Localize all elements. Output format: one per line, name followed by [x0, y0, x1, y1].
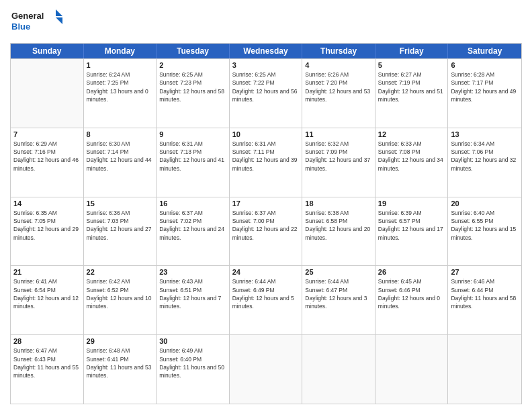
cal-cell [11, 59, 84, 128]
day-number: 28 [13, 337, 81, 345]
svg-marker-2 [56, 9, 62, 16]
day-number: 10 [232, 130, 300, 138]
header: General Blue [10, 7, 522, 39]
day-info: Sunrise: 6:49 AMSunset: 6:40 PMDaylight:… [159, 347, 226, 379]
day-number: 22 [87, 268, 154, 276]
day-info: Sunrise: 6:37 AMSunset: 7:00 PMDaylight:… [232, 209, 300, 242]
col-header-monday: Monday [84, 44, 157, 58]
day-number: 27 [451, 268, 519, 276]
cal-cell: 8Sunrise: 6:30 AMSunset: 7:14 PMDaylight… [84, 128, 157, 197]
day-info: Sunrise: 6:41 AMSunset: 6:54 PMDaylight:… [13, 277, 81, 310]
calendar: SundayMondayTuesdayWednesdayThursdayFrid… [10, 43, 522, 404]
cal-cell: 5Sunrise: 6:27 AMSunset: 7:19 PMDaylight… [375, 59, 449, 128]
day-info: Sunrise: 6:46 AMSunset: 6:44 PMDaylight:… [451, 277, 519, 310]
svg-text:General: General [11, 11, 44, 21]
day-info: Sunrise: 6:36 AMSunset: 7:03 PMDaylight:… [87, 209, 154, 242]
svg-text:Blue: Blue [11, 21, 30, 32]
week-row-2: 7Sunrise: 6:29 AMSunset: 7:16 PMDaylight… [11, 128, 521, 197]
day-number: 1 [87, 61, 154, 69]
cal-cell: 3Sunrise: 6:25 AMSunset: 7:22 PMDaylight… [230, 59, 303, 128]
day-info: Sunrise: 6:31 AMSunset: 7:13 PMDaylight:… [159, 140, 226, 173]
day-number: 9 [159, 130, 226, 138]
week-row-1: 1Sunrise: 6:24 AMSunset: 7:25 PMDaylight… [11, 58, 521, 128]
cal-cell: 13Sunrise: 6:34 AMSunset: 7:06 PMDayligh… [448, 128, 521, 197]
cal-cell: 11Sunrise: 6:32 AMSunset: 7:09 PMDayligh… [302, 128, 375, 197]
cal-cell: 16Sunrise: 6:37 AMSunset: 7:02 PMDayligh… [157, 197, 230, 266]
day-number: 11 [305, 130, 372, 138]
cal-cell: 26Sunrise: 6:45 AMSunset: 6:46 PMDayligh… [375, 266, 449, 334]
cal-cell: 4Sunrise: 6:26 AMSunset: 7:20 PMDaylight… [302, 59, 375, 128]
day-number: 24 [232, 268, 300, 276]
day-info: Sunrise: 6:47 AMSunset: 6:43 PMDaylight:… [13, 347, 81, 379]
day-number: 17 [232, 199, 300, 208]
day-number: 13 [451, 130, 519, 138]
col-header-friday: Friday [375, 44, 449, 58]
day-number: 5 [378, 61, 445, 69]
cal-cell: 19Sunrise: 6:39 AMSunset: 6:57 PMDayligh… [375, 197, 449, 266]
day-info: Sunrise: 6:26 AMSunset: 7:20 PMDaylight:… [305, 71, 372, 103]
cal-cell: 17Sunrise: 6:37 AMSunset: 7:00 PMDayligh… [230, 197, 303, 266]
cal-cell [375, 335, 449, 404]
day-info: Sunrise: 6:48 AMSunset: 6:41 PMDaylight:… [87, 347, 154, 379]
calendar-header: SundayMondayTuesdayWednesdayThursdayFrid… [11, 44, 521, 58]
day-info: Sunrise: 6:39 AMSunset: 6:57 PMDaylight:… [378, 209, 445, 242]
cal-cell: 15Sunrise: 6:36 AMSunset: 7:03 PMDayligh… [84, 197, 157, 266]
day-number: 3 [232, 61, 300, 69]
cal-cell: 27Sunrise: 6:46 AMSunset: 6:44 PMDayligh… [448, 266, 521, 334]
col-header-wednesday: Wednesday [230, 44, 303, 58]
cal-cell [230, 335, 303, 404]
day-number: 21 [13, 268, 81, 276]
cal-cell: 24Sunrise: 6:44 AMSunset: 6:49 PMDayligh… [230, 266, 303, 334]
day-number: 4 [305, 61, 372, 69]
week-row-5: 28Sunrise: 6:47 AMSunset: 6:43 PMDayligh… [11, 334, 521, 404]
col-header-tuesday: Tuesday [157, 44, 230, 58]
cal-cell: 18Sunrise: 6:38 AMSunset: 6:58 PMDayligh… [302, 197, 375, 266]
day-number: 2 [159, 61, 226, 69]
cal-cell: 9Sunrise: 6:31 AMSunset: 7:13 PMDaylight… [157, 128, 230, 197]
day-info: Sunrise: 6:37 AMSunset: 7:02 PMDaylight:… [159, 209, 226, 242]
day-info: Sunrise: 6:45 AMSunset: 6:46 PMDaylight:… [378, 277, 445, 310]
cal-cell: 6Sunrise: 6:28 AMSunset: 7:17 PMDaylight… [448, 59, 521, 128]
day-info: Sunrise: 6:43 AMSunset: 6:51 PMDaylight:… [159, 277, 226, 310]
day-number: 26 [378, 268, 445, 276]
day-info: Sunrise: 6:42 AMSunset: 6:52 PMDaylight:… [87, 277, 154, 310]
day-number: 12 [378, 130, 445, 138]
calendar-body: 1Sunrise: 6:24 AMSunset: 7:25 PMDaylight… [11, 58, 521, 404]
day-info: Sunrise: 6:38 AMSunset: 6:58 PMDaylight:… [305, 209, 372, 242]
cal-cell: 22Sunrise: 6:42 AMSunset: 6:52 PMDayligh… [84, 266, 157, 334]
col-header-sunday: Sunday [11, 44, 84, 58]
day-info: Sunrise: 6:33 AMSunset: 7:08 PMDaylight:… [378, 140, 445, 173]
col-header-saturday: Saturday [448, 44, 521, 58]
day-info: Sunrise: 6:34 AMSunset: 7:06 PMDaylight:… [451, 140, 519, 173]
cal-cell: 30Sunrise: 6:49 AMSunset: 6:40 PMDayligh… [157, 335, 230, 404]
day-info: Sunrise: 6:44 AMSunset: 6:47 PMDaylight:… [305, 277, 372, 310]
day-info: Sunrise: 6:35 AMSunset: 7:05 PMDaylight:… [13, 209, 81, 242]
cal-cell: 28Sunrise: 6:47 AMSunset: 6:43 PMDayligh… [11, 335, 84, 404]
week-row-3: 14Sunrise: 6:35 AMSunset: 7:05 PMDayligh… [11, 197, 521, 266]
cal-cell: 10Sunrise: 6:31 AMSunset: 7:11 PMDayligh… [230, 128, 303, 197]
day-info: Sunrise: 6:25 AMSunset: 7:22 PMDaylight:… [232, 71, 300, 103]
col-header-thursday: Thursday [302, 44, 375, 58]
cal-cell: 12Sunrise: 6:33 AMSunset: 7:08 PMDayligh… [375, 128, 449, 197]
cal-cell: 21Sunrise: 6:41 AMSunset: 6:54 PMDayligh… [11, 266, 84, 334]
day-info: Sunrise: 6:29 AMSunset: 7:16 PMDaylight:… [13, 140, 81, 173]
page: General Blue SundayMondayTuesdayWednesda… [0, 0, 532, 411]
cal-cell: 14Sunrise: 6:35 AMSunset: 7:05 PMDayligh… [11, 197, 84, 266]
day-info: Sunrise: 6:25 AMSunset: 7:23 PMDaylight:… [159, 71, 226, 103]
day-number: 6 [451, 61, 519, 69]
day-info: Sunrise: 6:30 AMSunset: 7:14 PMDaylight:… [87, 140, 154, 173]
cal-cell: 2Sunrise: 6:25 AMSunset: 7:23 PMDaylight… [157, 59, 230, 128]
day-number: 20 [451, 199, 519, 208]
day-number: 15 [87, 199, 154, 208]
day-number: 14 [13, 199, 81, 208]
day-info: Sunrise: 6:28 AMSunset: 7:17 PMDaylight:… [451, 71, 519, 103]
cal-cell: 25Sunrise: 6:44 AMSunset: 6:47 PMDayligh… [302, 266, 375, 334]
day-info: Sunrise: 6:27 AMSunset: 7:19 PMDaylight:… [378, 71, 445, 103]
cal-cell: 23Sunrise: 6:43 AMSunset: 6:51 PMDayligh… [157, 266, 230, 334]
day-number: 18 [305, 199, 372, 208]
day-info: Sunrise: 6:32 AMSunset: 7:09 PMDaylight:… [305, 140, 372, 173]
day-info: Sunrise: 6:31 AMSunset: 7:11 PMDaylight:… [232, 140, 300, 173]
week-row-4: 21Sunrise: 6:41 AMSunset: 6:54 PMDayligh… [11, 265, 521, 334]
day-info: Sunrise: 6:24 AMSunset: 7:25 PMDaylight:… [87, 71, 154, 103]
day-number: 7 [13, 130, 81, 138]
